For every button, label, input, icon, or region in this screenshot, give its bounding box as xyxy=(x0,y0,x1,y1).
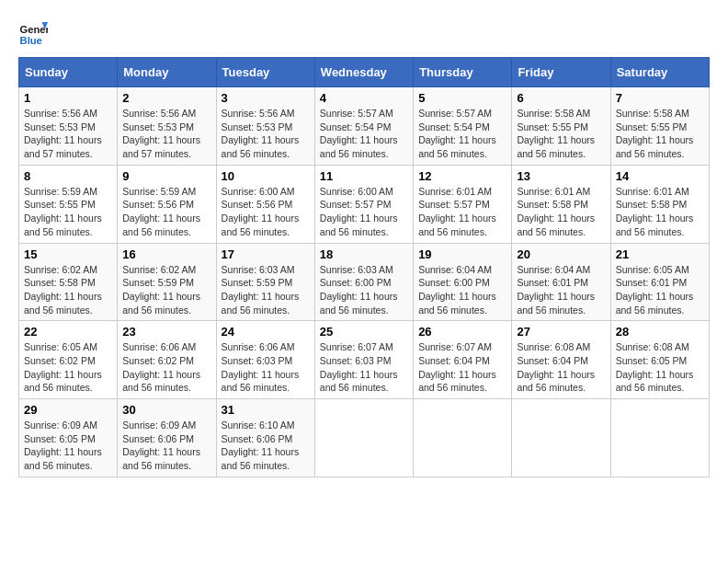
calendar-cell: 9 Sunrise: 5:59 AM Sunset: 5:56 PM Dayli… xyxy=(118,165,216,243)
day-number: 9 xyxy=(122,169,210,183)
calendar-cell: 3 Sunrise: 5:56 AM Sunset: 5:53 PM Dayli… xyxy=(216,87,314,166)
calendar-cell: 31 Sunrise: 6:10 AM Sunset: 6:06 PM Dayl… xyxy=(216,399,314,477)
calendar-cell: 28 Sunrise: 6:08 AM Sunset: 6:05 PM Dayl… xyxy=(610,321,709,399)
day-detail: Sunrise: 6:01 AM Sunset: 5:58 PM Dayligh… xyxy=(616,185,704,239)
calendar-cell: 12 Sunrise: 6:01 AM Sunset: 5:57 PM Dayl… xyxy=(414,165,512,243)
day-number: 12 xyxy=(418,169,506,183)
logo: General Blue xyxy=(18,18,51,48)
calendar-cell: 25 Sunrise: 6:07 AM Sunset: 6:03 PM Dayl… xyxy=(314,321,413,399)
svg-text:Blue: Blue xyxy=(20,35,42,46)
day-detail: Sunrise: 5:58 AM Sunset: 5:55 PM Dayligh… xyxy=(616,107,704,161)
day-detail: Sunrise: 6:05 AM Sunset: 6:02 PM Dayligh… xyxy=(24,340,112,395)
day-number: 11 xyxy=(320,169,408,183)
day-detail: Sunrise: 6:06 AM Sunset: 6:03 PM Dayligh… xyxy=(222,340,310,395)
day-number: 13 xyxy=(517,169,605,183)
page-header: General Blue xyxy=(18,18,710,48)
day-number: 27 xyxy=(517,325,605,339)
day-number: 8 xyxy=(24,169,112,183)
calendar-cell: 24 Sunrise: 6:06 AM Sunset: 6:03 PM Dayl… xyxy=(216,321,314,399)
day-number: 16 xyxy=(122,247,210,261)
calendar-cell: 4 Sunrise: 5:57 AM Sunset: 5:54 PM Dayli… xyxy=(314,87,413,166)
day-detail: Sunrise: 5:56 AM Sunset: 5:53 PM Dayligh… xyxy=(24,107,112,161)
day-detail: Sunrise: 6:04 AM Sunset: 6:01 PM Dayligh… xyxy=(517,263,605,317)
day-number: 31 xyxy=(222,403,310,417)
day-detail: Sunrise: 6:10 AM Sunset: 6:06 PM Dayligh… xyxy=(222,419,310,473)
calendar-cell: 17 Sunrise: 6:03 AM Sunset: 5:59 PM Dayl… xyxy=(216,243,314,321)
day-number: 23 xyxy=(122,325,210,339)
day-detail: Sunrise: 6:07 AM Sunset: 6:03 PM Dayligh… xyxy=(320,340,408,395)
calendar-cell: 29 Sunrise: 6:09 AM Sunset: 6:05 PM Dayl… xyxy=(19,399,118,477)
calendar-cell: 13 Sunrise: 6:01 AM Sunset: 5:58 PM Dayl… xyxy=(512,165,610,243)
day-number: 1 xyxy=(24,91,112,105)
day-number: 5 xyxy=(418,91,506,105)
day-detail: Sunrise: 6:08 AM Sunset: 6:05 PM Dayligh… xyxy=(616,340,704,395)
calendar-cell xyxy=(610,399,709,477)
calendar-cell: 10 Sunrise: 6:00 AM Sunset: 5:56 PM Dayl… xyxy=(216,165,314,243)
day-detail: Sunrise: 6:03 AM Sunset: 5:59 PM Dayligh… xyxy=(222,263,310,317)
calendar-week-row: 22 Sunrise: 6:05 AM Sunset: 6:02 PM Dayl… xyxy=(19,321,710,399)
calendar-cell: 22 Sunrise: 6:05 AM Sunset: 6:02 PM Dayl… xyxy=(19,321,118,399)
calendar-cell: 30 Sunrise: 6:09 AM Sunset: 6:06 PM Dayl… xyxy=(118,399,216,477)
day-number: 6 xyxy=(517,91,605,105)
day-detail: Sunrise: 6:03 AM Sunset: 6:00 PM Dayligh… xyxy=(320,263,408,317)
day-detail: Sunrise: 6:00 AM Sunset: 5:57 PM Dayligh… xyxy=(320,185,408,239)
day-number: 20 xyxy=(517,247,605,261)
calendar-cell: 8 Sunrise: 5:59 AM Sunset: 5:55 PM Dayli… xyxy=(19,165,118,243)
day-detail: Sunrise: 6:09 AM Sunset: 6:06 PM Dayligh… xyxy=(122,419,210,473)
day-number: 25 xyxy=(320,325,408,339)
day-detail: Sunrise: 6:08 AM Sunset: 6:04 PM Dayligh… xyxy=(517,340,605,395)
day-number: 14 xyxy=(616,169,704,183)
calendar-week-row: 29 Sunrise: 6:09 AM Sunset: 6:05 PM Dayl… xyxy=(19,399,710,477)
day-detail: Sunrise: 6:06 AM Sunset: 6:02 PM Dayligh… xyxy=(122,340,210,395)
calendar-week-row: 1 Sunrise: 5:56 AM Sunset: 5:53 PM Dayli… xyxy=(19,87,710,166)
day-number: 7 xyxy=(616,91,704,105)
day-detail: Sunrise: 6:01 AM Sunset: 5:57 PM Dayligh… xyxy=(418,185,506,239)
day-detail: Sunrise: 5:57 AM Sunset: 5:54 PM Dayligh… xyxy=(320,107,408,161)
day-number: 2 xyxy=(122,91,210,105)
calendar-cell: 16 Sunrise: 6:02 AM Sunset: 5:59 PM Dayl… xyxy=(118,243,216,321)
calendar-cell: 14 Sunrise: 6:01 AM Sunset: 5:58 PM Dayl… xyxy=(610,165,709,243)
weekday-header: Friday xyxy=(512,58,610,87)
calendar-cell: 5 Sunrise: 5:57 AM Sunset: 5:54 PM Dayli… xyxy=(414,87,512,166)
calendar-cell: 6 Sunrise: 5:58 AM Sunset: 5:55 PM Dayli… xyxy=(512,87,610,166)
day-number: 3 xyxy=(222,91,310,105)
calendar-cell: 20 Sunrise: 6:04 AM Sunset: 6:01 PM Dayl… xyxy=(512,243,610,321)
day-detail: Sunrise: 6:02 AM Sunset: 5:58 PM Dayligh… xyxy=(24,263,112,317)
calendar-week-row: 8 Sunrise: 5:59 AM Sunset: 5:55 PM Dayli… xyxy=(19,165,710,243)
calendar-cell: 21 Sunrise: 6:05 AM Sunset: 6:01 PM Dayl… xyxy=(610,243,709,321)
weekday-header: Saturday xyxy=(610,58,709,87)
day-number: 30 xyxy=(122,403,210,417)
day-detail: Sunrise: 5:57 AM Sunset: 5:54 PM Dayligh… xyxy=(418,107,506,161)
calendar-cell: 15 Sunrise: 6:02 AM Sunset: 5:58 PM Dayl… xyxy=(19,243,118,321)
day-number: 28 xyxy=(616,325,704,339)
day-number: 29 xyxy=(24,403,112,417)
day-number: 19 xyxy=(418,247,506,261)
calendar-cell: 7 Sunrise: 5:58 AM Sunset: 5:55 PM Dayli… xyxy=(610,87,709,166)
calendar-cell xyxy=(512,399,610,477)
weekday-header: Monday xyxy=(118,58,216,87)
day-number: 17 xyxy=(222,247,310,261)
calendar-cell xyxy=(414,399,512,477)
day-detail: Sunrise: 6:05 AM Sunset: 6:01 PM Dayligh… xyxy=(616,263,704,317)
day-detail: Sunrise: 5:59 AM Sunset: 5:55 PM Dayligh… xyxy=(24,185,112,239)
calendar: SundayMondayTuesdayWednesdayThursdayFrid… xyxy=(18,57,710,477)
weekday-header: Sunday xyxy=(19,58,118,87)
day-detail: Sunrise: 6:09 AM Sunset: 6:05 PM Dayligh… xyxy=(24,419,112,473)
day-number: 21 xyxy=(616,247,704,261)
calendar-cell: 23 Sunrise: 6:06 AM Sunset: 6:02 PM Dayl… xyxy=(118,321,216,399)
day-detail: Sunrise: 6:01 AM Sunset: 5:58 PM Dayligh… xyxy=(517,185,605,239)
day-detail: Sunrise: 6:07 AM Sunset: 6:04 PM Dayligh… xyxy=(418,340,506,395)
day-number: 24 xyxy=(222,325,310,339)
calendar-week-row: 15 Sunrise: 6:02 AM Sunset: 5:58 PM Dayl… xyxy=(19,243,710,321)
calendar-cell: 2 Sunrise: 5:56 AM Sunset: 5:53 PM Dayli… xyxy=(118,87,216,166)
day-number: 22 xyxy=(24,325,112,339)
calendar-cell: 1 Sunrise: 5:56 AM Sunset: 5:53 PM Dayli… xyxy=(19,87,118,166)
weekday-header: Tuesday xyxy=(216,58,314,87)
day-detail: Sunrise: 5:58 AM Sunset: 5:55 PM Dayligh… xyxy=(517,107,605,161)
weekday-header: Wednesday xyxy=(314,58,413,87)
day-detail: Sunrise: 5:56 AM Sunset: 5:53 PM Dayligh… xyxy=(122,107,210,161)
calendar-header-row: SundayMondayTuesdayWednesdayThursdayFrid… xyxy=(19,58,710,87)
calendar-cell: 11 Sunrise: 6:00 AM Sunset: 5:57 PM Dayl… xyxy=(314,165,413,243)
day-number: 4 xyxy=(320,91,408,105)
weekday-header: Thursday xyxy=(414,58,512,87)
